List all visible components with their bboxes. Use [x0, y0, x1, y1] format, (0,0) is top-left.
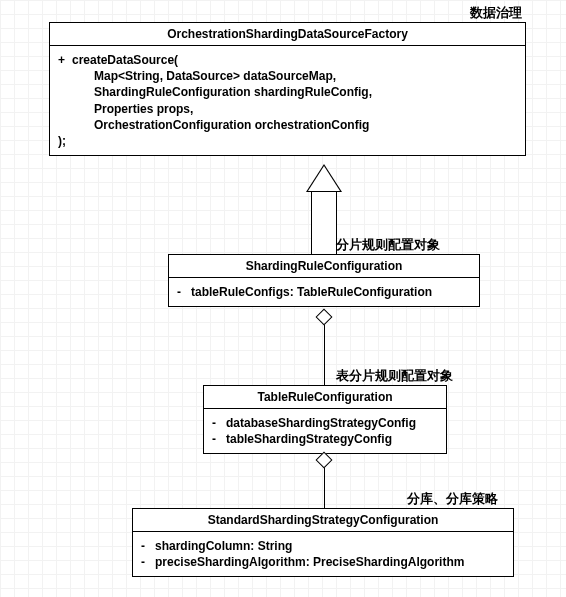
class-title: ShardingRuleConfiguration — [169, 255, 479, 278]
relation-line — [324, 468, 325, 508]
method-close: ); — [58, 133, 66, 149]
method-arg: Properties props, — [72, 101, 193, 117]
class-title: StandardShardingStrategyConfiguration — [133, 509, 513, 532]
attribute: shardingColumn: String — [155, 538, 292, 554]
class-body: + createDataSource( Map<String, DataSour… — [50, 46, 525, 155]
attribute: databaseShardingStrategyConfig — [226, 415, 416, 431]
visibility: - — [141, 538, 155, 554]
visibility: - — [212, 431, 226, 447]
class-box-factory: OrchestrationShardingDataSourceFactory +… — [49, 22, 526, 156]
class-box-sharding-rule: ShardingRuleConfiguration - tableRuleCon… — [168, 254, 480, 307]
class-body: - shardingColumn: String - preciseShardi… — [133, 532, 513, 576]
method-arg: ShardingRuleConfiguration shardingRuleCo… — [72, 84, 372, 100]
annotation-data-governance: 数据治理 — [470, 4, 522, 22]
visibility: - — [212, 415, 226, 431]
visibility: - — [141, 554, 155, 570]
method-arg: Map<String, DataSource> dataSourceMap, — [72, 68, 336, 84]
aggregation-diamond — [316, 309, 333, 326]
class-box-table-rule: TableRuleConfiguration - databaseShardin… — [203, 385, 447, 454]
method-arg: OrchestrationConfiguration orchestration… — [72, 117, 369, 133]
visibility: + — [58, 52, 72, 68]
annotation-strategy: 分库、分库策略 — [407, 490, 498, 508]
relation-line — [324, 325, 325, 385]
class-title: TableRuleConfiguration — [204, 386, 446, 409]
class-title: OrchestrationShardingDataSourceFactory — [50, 23, 525, 46]
attribute: tableShardingStrategyConfig — [226, 431, 392, 447]
method-open: createDataSource( — [72, 52, 178, 68]
attribute: tableRuleConfigs: TableRuleConfiguration — [191, 284, 432, 300]
class-box-strategy: StandardShardingStrategyConfiguration - … — [132, 508, 514, 577]
attribute: preciseShardingAlgorithm: PreciseShardin… — [155, 554, 464, 570]
annotation-table-rule: 表分片规则配置对象 — [336, 367, 453, 385]
class-body: - databaseShardingStrategyConfig - table… — [204, 409, 446, 453]
annotation-sharding-rule: 分片规则配置对象 — [336, 236, 440, 254]
generalization-stem — [311, 192, 337, 255]
visibility: - — [177, 284, 191, 300]
class-body: - tableRuleConfigs: TableRuleConfigurati… — [169, 278, 479, 306]
